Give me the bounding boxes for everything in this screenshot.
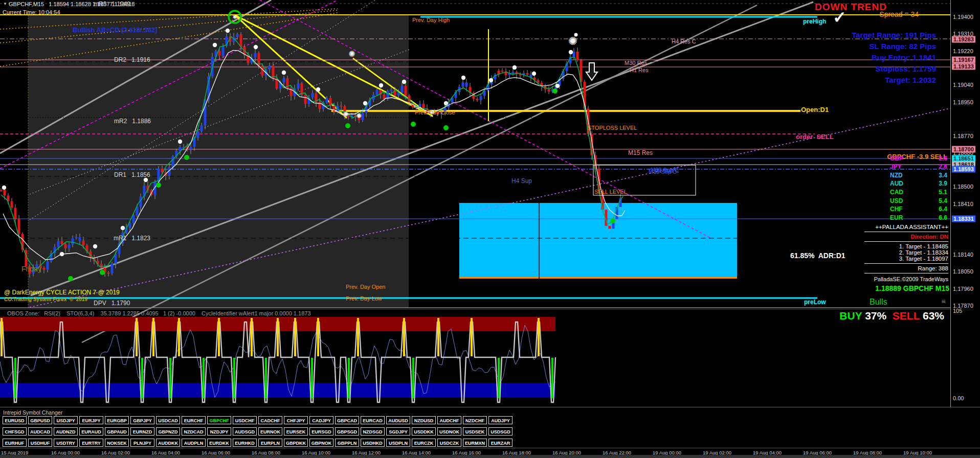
strength-row-chf: CHF6.4 [890,205,947,213]
candle-body [61,241,63,244]
symbol-button-audcad[interactable]: AUDCAD [28,427,52,436]
symbol-button-gbpcad[interactable]: GBPCAD [335,416,359,424]
strength-row-usd: USD5.4 [890,197,947,204]
candle-body [79,237,81,241]
symbol-button-eursgd[interactable]: EURSGD [309,427,333,436]
symbol-button-chfjpy[interactable]: CHFJPY [284,416,308,424]
price-tick: 1.19220 [953,48,973,54]
currency-strength-value: 5.1 [939,189,947,196]
symbol-button-usdsek[interactable]: USDSEK [463,427,487,436]
symbol-button-eurhuf[interactable]: EURHUF [3,439,27,447]
symbol-button-audchf[interactable]: AUDCHF [437,416,461,424]
symbol-button-eurmxn[interactable]: EURMXN [463,439,487,447]
symbol-button-audnzd[interactable]: AUDNZD [54,427,78,436]
green-signal-bar [498,358,500,398]
label-stoploss-level: STOPLOSS LEVEL [588,125,637,131]
symbol-button-eurjpy[interactable]: EURJPY [79,416,103,424]
symbol-button-usdpln[interactable]: USDPLN [386,439,410,447]
symbol-button-gbpnzd[interactable]: GBPNZD [156,427,180,436]
candle-body [57,241,60,247]
symbol-button-usdchf[interactable]: USDCHF [233,416,257,424]
pallada-quote: 1.18889 GBPCHF M15 [818,285,949,292]
candle-body [297,83,300,88]
white-signal-dot [2,186,6,190]
symbol-button-audjpy[interactable]: AUDJPY [488,416,513,424]
symbol-button-usdnok[interactable]: USDNOK [437,427,461,436]
symbol-button-eurhkd[interactable]: EURHKD [233,439,257,447]
candle-body [111,264,114,273]
pallada-target-2: 2. Target - 1.18334 [864,249,948,256]
symbol-button-euraud[interactable]: EURAUD [79,427,103,436]
currency-strength-value: 5.4 [939,197,947,204]
symbol-button-eurusd[interactable]: EURUSD [3,416,27,424]
candle-body [18,219,20,234]
candle-body [190,147,192,150]
current-time-label: Current Time: 10:04:54 [3,10,60,16]
trade-info-line-3: Stoploss: 1.1759 [788,63,936,75]
symbol-row-1: EURUSDGBPUSDUSDJPYEURJPYEURGBPGBPJPYUSDC… [3,416,513,424]
yellow-signal-bar [1,318,3,356]
symbol-button-usdtry[interactable]: USDTRY [54,439,78,447]
symbol-button-gbpaud[interactable]: GBPAUD [105,427,129,436]
symbol-button-usddkk[interactable]: USDDKK [412,427,436,436]
symbol-button-gbppln[interactable]: GBPPLN [335,439,359,447]
pallada-title: ++PALLADA ASSISTANT++ [864,224,948,230]
symbol-button-eurczk[interactable]: EURCZK [412,439,436,447]
symbol-button-nzdcad[interactable]: NZDCAD [182,427,206,436]
symbol-button-eurcad[interactable]: EURCAD [361,416,385,424]
candle-body [14,208,17,219]
symbol-button-eurdkk[interactable]: EURDKK [207,439,231,447]
symbol-button-eurtry[interactable]: EURTRY [79,439,103,447]
price-scale[interactable]: 1.194001.193101.192201.190401.189501.187… [950,0,980,448]
yellow-signal-bar [218,318,220,356]
symbol-button-nzdjpy[interactable]: NZDJPY [207,427,231,436]
symbol-button-audsgd[interactable]: AUDSGD [233,427,257,436]
symbol-button-plnjpy[interactable]: PLNJPY [130,439,154,447]
symbol-button-eurzar[interactable]: EURZAR [488,439,513,447]
symbol-button-gbpjpy[interactable]: GBPJPY [130,416,154,424]
time-axis[interactable]: 15 Aug 201916 Aug 00:0016 Aug 02:0016 Au… [0,448,980,455]
symbol-button-eursek[interactable]: EURSEK [284,427,308,436]
candle-body [47,261,49,269]
candle-body [422,104,425,108]
symbol-button-usdczk[interactable]: USDCZK [437,439,461,447]
label-prev-day-low: Prev. Day Low [346,296,382,302]
symbol-button-gbpsgd[interactable]: GBPSGD [335,427,359,436]
symbol-button-nzdchf[interactable]: NZDCHF [463,416,487,424]
symbol-button-eurchf[interactable]: EURCHF [182,416,206,424]
candle-body [401,86,404,93]
symbol-button-cadchf[interactable]: CADCHF [258,416,282,424]
symbol-button-usdhkd[interactable]: USDHKD [361,439,385,447]
symbol-button-nzdsgd[interactable]: NZDSGD [361,427,385,436]
green-signal-bar [141,358,143,398]
symbol-button-eurpln[interactable]: EURPLN [258,439,282,447]
symbol-button-audusd[interactable]: AUDUSD [386,416,410,424]
symbol-button-noksek[interactable]: NOKSEK [105,439,129,447]
symbol-button-cadjpy[interactable]: CADJPY [309,416,333,424]
green-signal-bar [169,358,171,398]
price-tick: 1.18410 [953,201,973,207]
symbol-button-usdhuf[interactable]: USDHUF [28,439,52,447]
white-signal-dot [513,65,517,70]
currency-name: EUR [890,214,903,221]
symbol-button-usdsgd[interactable]: USDSGD [488,427,513,436]
symbol-button-eurnok[interactable]: EURNOK [258,427,282,436]
symbol-button-chfsgd[interactable]: CHFSGD [3,427,27,436]
symbol-button-gbpnok[interactable]: GBPNOK [309,439,333,447]
symbol-button-eurgbp[interactable]: EURGBP [105,416,129,424]
candle-body [236,34,239,37]
symbol-button-gbpusd[interactable]: GBPUSD [28,416,52,424]
symbol-button-eurnzd[interactable]: EURNZD [130,427,154,436]
price-tick: 1.19040 [953,82,973,88]
symbol-button-audpln[interactable]: AUDPLN [182,439,206,447]
symbol-button-auddkk[interactable]: AUDDKK [156,439,180,447]
symbol-button-gbpdkk[interactable]: GBPDKK [284,439,308,447]
symbol-button-usdcad[interactable]: USDCAD [156,416,180,424]
symbol-button-sgdjpy[interactable]: SGDJPY [386,427,410,436]
symbol-button-gbpchf[interactable]: GBPCHF [207,416,231,424]
currency-name: USD [890,197,903,204]
label-open-d1: Open:D1 [801,106,829,113]
chevron-down-icon[interactable]: ▼ [3,2,7,6]
symbol-button-nzdusd[interactable]: NZDUSD [412,416,436,424]
symbol-button-usdjpy[interactable]: USDJPY [54,416,78,424]
